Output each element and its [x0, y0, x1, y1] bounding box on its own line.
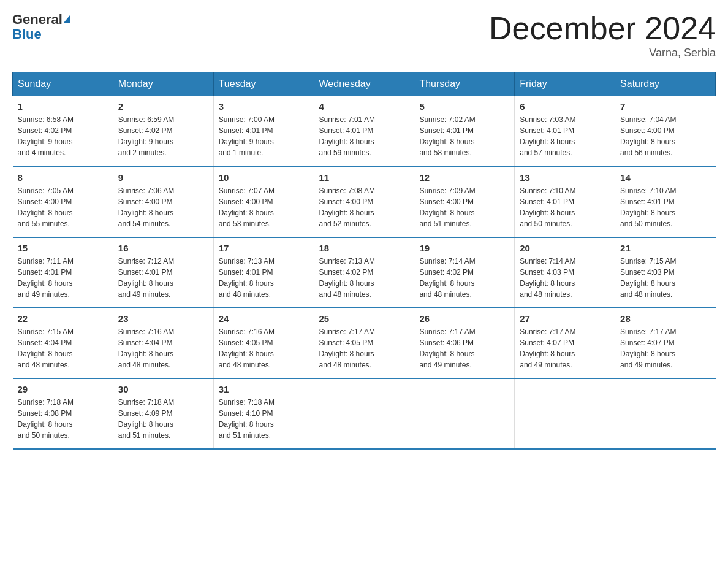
day-info: Sunrise: 7:16 AMSunset: 4:05 PMDaylight:… [219, 326, 309, 370]
day-info: Sunrise: 7:17 AMSunset: 4:05 PMDaylight:… [319, 326, 409, 370]
day-number: 2 [118, 101, 208, 112]
calendar-cell: 27 Sunrise: 7:17 AMSunset: 4:07 PMDaylig… [515, 308, 615, 378]
day-info: Sunrise: 7:09 AMSunset: 4:00 PMDaylight:… [419, 185, 509, 229]
day-info: Sunrise: 7:17 AMSunset: 4:06 PMDaylight:… [419, 326, 509, 370]
day-number: 30 [118, 384, 208, 394]
day-info: Sunrise: 7:10 AMSunset: 4:01 PMDaylight:… [520, 185, 610, 229]
weekday-header-thursday: Thursday [414, 72, 515, 96]
day-number: 26 [419, 313, 509, 324]
day-info: Sunrise: 7:18 AMSunset: 4:09 PMDaylight:… [118, 397, 208, 441]
calendar-cell: 1 Sunrise: 6:58 AMSunset: 4:02 PMDayligh… [13, 96, 113, 167]
day-info: Sunrise: 7:18 AMSunset: 4:08 PMDaylight:… [18, 397, 108, 441]
calendar-week-row: 22 Sunrise: 7:15 AMSunset: 4:04 PMDaylig… [13, 308, 716, 378]
day-info: Sunrise: 7:15 AMSunset: 4:03 PMDaylight:… [620, 256, 710, 300]
day-number: 21 [620, 243, 710, 253]
calendar-cell: 10 Sunrise: 7:07 AMSunset: 4:00 PMDaylig… [213, 167, 314, 237]
calendar-cell: 9 Sunrise: 7:06 AMSunset: 4:00 PMDayligh… [113, 167, 213, 237]
day-number: 13 [520, 172, 610, 183]
calendar-cell: 17 Sunrise: 7:13 AMSunset: 4:01 PMDaylig… [213, 237, 314, 308]
day-info: Sunrise: 7:11 AMSunset: 4:01 PMDaylight:… [18, 256, 108, 300]
logo-triangle-icon [64, 15, 70, 23]
calendar-cell: 20 Sunrise: 7:14 AMSunset: 4:03 PMDaylig… [515, 237, 615, 308]
calendar-cell: 25 Sunrise: 7:17 AMSunset: 4:05 PMDaylig… [314, 308, 414, 378]
calendar-cell: 19 Sunrise: 7:14 AMSunset: 4:02 PMDaylig… [414, 237, 515, 308]
day-number: 12 [419, 172, 509, 183]
calendar-cell: 24 Sunrise: 7:16 AMSunset: 4:05 PMDaylig… [213, 308, 314, 378]
weekday-header-saturday: Saturday [615, 72, 716, 96]
day-info: Sunrise: 7:08 AMSunset: 4:00 PMDaylight:… [319, 185, 409, 229]
calendar-cell: 26 Sunrise: 7:17 AMSunset: 4:06 PMDaylig… [414, 308, 515, 378]
calendar-cell [615, 378, 716, 449]
day-info: Sunrise: 7:14 AMSunset: 4:03 PMDaylight:… [520, 256, 610, 300]
calendar-cell: 16 Sunrise: 7:12 AMSunset: 4:01 PMDaylig… [113, 237, 213, 308]
logo-blue-text: Blue [12, 27, 70, 42]
calendar-cell: 23 Sunrise: 7:16 AMSunset: 4:04 PMDaylig… [113, 308, 213, 378]
day-info: Sunrise: 7:07 AMSunset: 4:00 PMDaylight:… [219, 185, 309, 229]
month-title: December 2024 [489, 12, 716, 44]
calendar-cell: 8 Sunrise: 7:05 AMSunset: 4:00 PMDayligh… [13, 167, 113, 237]
day-number: 24 [219, 313, 309, 324]
day-number: 4 [319, 101, 409, 112]
title-section: December 2024 Varna, Serbia [489, 12, 716, 59]
day-number: 7 [620, 101, 710, 112]
day-number: 27 [520, 313, 610, 324]
day-info: Sunrise: 7:03 AMSunset: 4:01 PMDaylight:… [520, 114, 610, 158]
weekday-header-sunday: Sunday [13, 72, 113, 96]
calendar-cell: 4 Sunrise: 7:01 AMSunset: 4:01 PMDayligh… [314, 96, 414, 167]
calendar-cell: 22 Sunrise: 7:15 AMSunset: 4:04 PMDaylig… [13, 308, 113, 378]
day-info: Sunrise: 7:16 AMSunset: 4:04 PMDaylight:… [118, 326, 208, 370]
day-info: Sunrise: 7:05 AMSunset: 4:00 PMDaylight:… [18, 185, 108, 229]
calendar-week-row: 8 Sunrise: 7:05 AMSunset: 4:00 PMDayligh… [13, 167, 716, 237]
day-info: Sunrise: 6:58 AMSunset: 4:02 PMDaylight:… [18, 114, 108, 158]
calendar-cell: 13 Sunrise: 7:10 AMSunset: 4:01 PMDaylig… [515, 167, 615, 237]
weekday-header-monday: Monday [113, 72, 213, 96]
logo-general-text: General [12, 12, 63, 27]
weekday-header-wednesday: Wednesday [314, 72, 414, 96]
day-number: 23 [118, 313, 208, 324]
day-number: 8 [18, 172, 108, 183]
weekday-header-friday: Friday [515, 72, 615, 96]
day-number: 6 [520, 101, 610, 112]
calendar-week-row: 15 Sunrise: 7:11 AMSunset: 4:01 PMDaylig… [13, 237, 716, 308]
day-number: 28 [620, 313, 710, 324]
location-label: Varna, Serbia [489, 47, 716, 59]
day-number: 10 [219, 172, 309, 183]
calendar-week-row: 1 Sunrise: 6:58 AMSunset: 4:02 PMDayligh… [13, 96, 716, 167]
calendar-cell: 29 Sunrise: 7:18 AMSunset: 4:08 PMDaylig… [13, 378, 113, 449]
day-number: 22 [18, 313, 108, 324]
day-info: Sunrise: 7:17 AMSunset: 4:07 PMDaylight:… [520, 326, 610, 370]
day-info: Sunrise: 7:13 AMSunset: 4:02 PMDaylight:… [319, 256, 409, 300]
calendar-table: SundayMondayTuesdayWednesdayThursdayFrid… [12, 72, 716, 450]
day-number: 29 [18, 384, 108, 394]
calendar-cell [314, 378, 414, 449]
day-info: Sunrise: 7:10 AMSunset: 4:01 PMDaylight:… [620, 185, 710, 229]
calendar-cell: 30 Sunrise: 7:18 AMSunset: 4:09 PMDaylig… [113, 378, 213, 449]
day-info: Sunrise: 7:12 AMSunset: 4:01 PMDaylight:… [118, 256, 208, 300]
day-info: Sunrise: 7:17 AMSunset: 4:07 PMDaylight:… [620, 326, 710, 370]
day-info: Sunrise: 7:13 AMSunset: 4:01 PMDaylight:… [219, 256, 309, 300]
calendar-cell: 2 Sunrise: 6:59 AMSunset: 4:02 PMDayligh… [113, 96, 213, 167]
calendar-week-row: 29 Sunrise: 7:18 AMSunset: 4:08 PMDaylig… [13, 378, 716, 449]
day-number: 16 [118, 243, 208, 253]
day-number: 9 [118, 172, 208, 183]
day-number: 1 [18, 101, 108, 112]
calendar-cell: 18 Sunrise: 7:13 AMSunset: 4:02 PMDaylig… [314, 237, 414, 308]
calendar-cell: 3 Sunrise: 7:00 AMSunset: 4:01 PMDayligh… [213, 96, 314, 167]
day-number: 15 [18, 243, 108, 253]
day-number: 3 [219, 101, 309, 112]
day-number: 31 [219, 384, 309, 394]
day-info: Sunrise: 7:06 AMSunset: 4:00 PMDaylight:… [118, 185, 208, 229]
calendar-cell: 7 Sunrise: 7:04 AMSunset: 4:00 PMDayligh… [615, 96, 716, 167]
day-number: 20 [520, 243, 610, 253]
calendar-cell: 12 Sunrise: 7:09 AMSunset: 4:00 PMDaylig… [414, 167, 515, 237]
calendar-cell: 6 Sunrise: 7:03 AMSunset: 4:01 PMDayligh… [515, 96, 615, 167]
calendar-cell [414, 378, 515, 449]
day-number: 5 [419, 101, 509, 112]
calendar-cell: 5 Sunrise: 7:02 AMSunset: 4:01 PMDayligh… [414, 96, 515, 167]
calendar-cell: 11 Sunrise: 7:08 AMSunset: 4:00 PMDaylig… [314, 167, 414, 237]
day-info: Sunrise: 7:15 AMSunset: 4:04 PMDaylight:… [18, 326, 108, 370]
day-info: Sunrise: 7:14 AMSunset: 4:02 PMDaylight:… [419, 256, 509, 300]
day-info: Sunrise: 7:04 AMSunset: 4:00 PMDaylight:… [620, 114, 710, 158]
calendar-cell: 14 Sunrise: 7:10 AMSunset: 4:01 PMDaylig… [615, 167, 716, 237]
weekday-header-row: SundayMondayTuesdayWednesdayThursdayFrid… [13, 72, 716, 96]
